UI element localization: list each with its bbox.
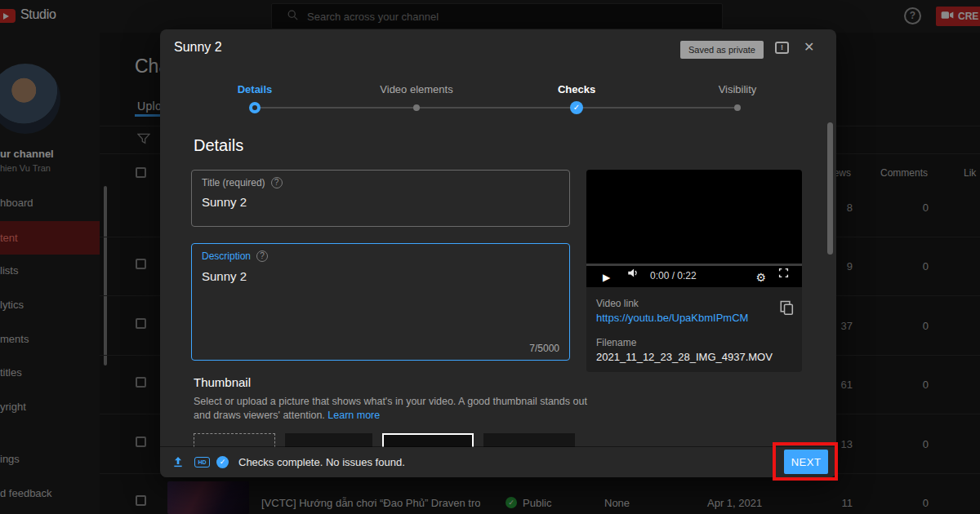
stepper-line bbox=[255, 107, 737, 109]
feedback-icon[interactable]: ! bbox=[775, 42, 789, 54]
dialog-scrollbar[interactable] bbox=[827, 122, 833, 255]
settings-gear-icon[interactable]: ⚙ bbox=[755, 271, 766, 284]
upload-status-icon bbox=[172, 455, 185, 472]
step-video-elements[interactable]: Video elements bbox=[380, 83, 452, 95]
hd-processing-icon: HD bbox=[194, 457, 210, 467]
filename-label: Filename bbox=[596, 337, 636, 348]
volume-icon[interactable] bbox=[627, 267, 639, 281]
checks-complete-icon: ✓ bbox=[216, 456, 229, 468]
help-circle-icon[interactable]: ? bbox=[256, 250, 268, 262]
step-details[interactable]: Details bbox=[238, 83, 273, 95]
checks-status-text: Checks complete. No issues found. bbox=[238, 456, 405, 468]
video-link-label: Video link bbox=[596, 298, 639, 309]
thumbnail-description-text: Select or upload a picture that shows wh… bbox=[194, 396, 587, 421]
video-player[interactable]: ▶ 0:00 / 0:22 ⚙ bbox=[586, 170, 802, 287]
description-field-label-row: Description ? bbox=[202, 250, 268, 262]
title-field-value[interactable]: Sunny 2 bbox=[202, 195, 247, 209]
progress-bar[interactable] bbox=[586, 264, 802, 266]
dialog-footer: HD ✓ Checks complete. No issues found. N… bbox=[160, 447, 836, 477]
youtube-studio-app: Studio Search across your channel ? CRE … bbox=[0, 0, 980, 514]
learn-more-link[interactable]: Learn more bbox=[327, 410, 380, 421]
description-field[interactable]: Description ? Sunny 2 7/5000 bbox=[191, 243, 570, 361]
step-details-dot[interactable] bbox=[249, 102, 261, 113]
video-link-url[interactable]: https://youtu.be/UpaKbmIPmCM bbox=[596, 312, 748, 324]
help-circle-icon[interactable]: ? bbox=[271, 177, 283, 188]
dialog-title: Sunny 2 bbox=[174, 40, 222, 55]
saved-status-badge: Saved as private bbox=[680, 41, 764, 59]
title-field-label-row: Title (required) ? bbox=[202, 177, 283, 188]
description-field-value[interactable]: Sunny 2 bbox=[202, 269, 247, 283]
section-heading: Details bbox=[194, 136, 243, 155]
thumbnail-heading: Thumbnail bbox=[194, 375, 251, 389]
title-field[interactable]: Title (required) ? Sunny 2 bbox=[191, 170, 570, 227]
close-icon[interactable]: ✕ bbox=[804, 39, 814, 55]
step-visibility[interactable]: Visibility bbox=[719, 83, 757, 95]
step-video-elements-dot[interactable] bbox=[413, 104, 420, 111]
time-display: 0:00 / 0:22 bbox=[650, 270, 697, 281]
play-button[interactable]: ▶ bbox=[603, 272, 610, 283]
edit-video-dialog: Sunny 2 Saved as private ! ✕ Details Vid… bbox=[160, 29, 836, 477]
step-checks-dot[interactable]: ✓ bbox=[570, 101, 583, 114]
description-field-label: Description bbox=[202, 250, 251, 262]
character-counter: 7/5000 bbox=[529, 343, 559, 354]
copy-icon[interactable] bbox=[780, 300, 794, 319]
filename-value: 2021_11_12_23_28_IMG_4937.MOV bbox=[596, 351, 773, 363]
next-annotation-box bbox=[773, 442, 838, 481]
title-field-label: Title (required) bbox=[202, 177, 265, 188]
video-info-panel: Video link https://youtu.be/UpaKbmIPmCM … bbox=[586, 287, 802, 372]
thumbnail-description: Select or upload a picture that shows wh… bbox=[194, 395, 595, 423]
step-visibility-dot[interactable] bbox=[734, 104, 741, 111]
step-checks[interactable]: Checks bbox=[558, 83, 595, 95]
fullscreen-icon[interactable] bbox=[778, 267, 789, 281]
